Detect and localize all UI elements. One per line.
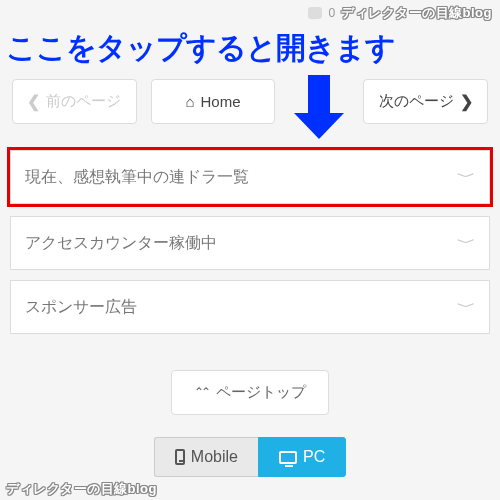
next-page-label: 次のページ: [379, 92, 454, 111]
comment-count: 0: [328, 6, 335, 20]
annotation-arrow: [289, 79, 349, 124]
top-bar: 0 ディレクターの目線blog: [0, 0, 500, 26]
accordion-label: スポンサー広告: [25, 297, 137, 318]
view-mode-switch: Mobile PC: [0, 437, 500, 477]
chevron-right-icon: ❯: [460, 92, 473, 111]
chevron-down-icon: ﹀: [457, 235, 475, 252]
accordion-item-access-counter[interactable]: アクセスカウンター稼働中 ﹀: [10, 216, 490, 270]
chevron-down-icon: ﹀: [457, 169, 475, 186]
footer-watermark: ディレクターの目線blog: [6, 480, 157, 498]
down-arrow-icon: [308, 75, 330, 115]
blog-title: ディレクターの目線blog: [341, 4, 492, 22]
next-page-button[interactable]: 次のページ ❯: [363, 79, 488, 124]
double-chevron-up-icon: ⌃⌃: [194, 385, 208, 399]
mobile-label: Mobile: [191, 448, 238, 466]
home-label: Home: [201, 93, 241, 110]
page-top-container: ⌃⌃ ページトップ: [0, 344, 500, 437]
accordion-label: アクセスカウンター稼働中: [25, 233, 217, 254]
mobile-view-button[interactable]: Mobile: [154, 437, 258, 477]
page-top-button[interactable]: ⌃⌃ ページトップ: [171, 370, 329, 415]
page-top-label: ページトップ: [216, 383, 306, 402]
home-button[interactable]: ⌂ Home: [151, 79, 276, 124]
home-icon: ⌂: [185, 93, 194, 110]
accordion-item-sponsor-ads[interactable]: スポンサー広告 ﹀: [10, 280, 490, 334]
prev-page-label: 前のページ: [46, 92, 121, 111]
comment-icon: [308, 7, 322, 19]
tap-instruction-annotation: ここをタップすると開きます: [0, 26, 500, 69]
pc-label: PC: [303, 448, 325, 466]
accordion-label: 現在、感想執筆中の連ドラ一覧: [25, 167, 249, 188]
pc-view-button[interactable]: PC: [258, 437, 346, 477]
mobile-icon: [175, 449, 185, 465]
accordion-item-drama-list[interactable]: 現在、感想執筆中の連ドラ一覧 ﹀: [10, 150, 490, 204]
monitor-icon: [279, 451, 297, 464]
chevron-down-icon: ﹀: [457, 299, 475, 316]
chevron-left-icon: ❮: [27, 92, 40, 111]
accordion-list: 現在、感想執筆中の連ドラ一覧 ﹀ アクセスカウンター稼働中 ﹀ スポンサー広告 …: [0, 142, 500, 334]
prev-page-button[interactable]: ❮ 前のページ: [12, 79, 137, 124]
pagination-nav: ❮ 前のページ ⌂ Home 次のページ ❯: [0, 69, 500, 142]
